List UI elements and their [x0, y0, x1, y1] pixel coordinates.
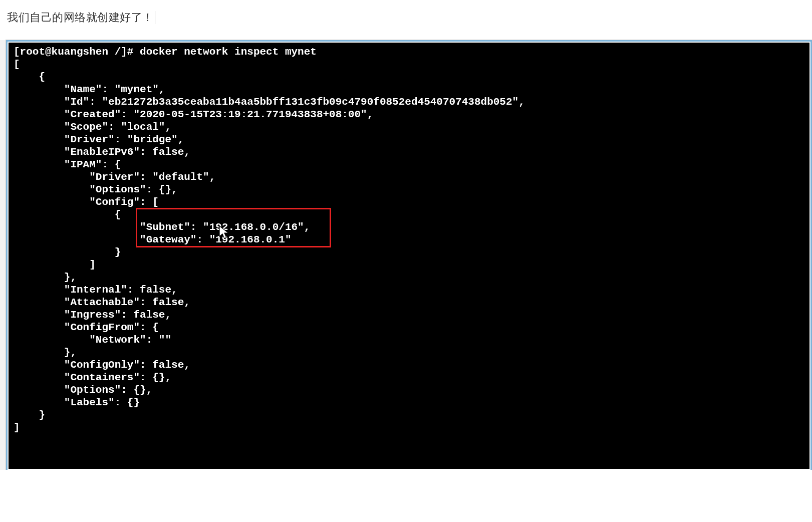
terminal-output-gateway: "Gateway": "192.168.0.1" [14, 234, 292, 245]
terminal[interactable]: [root@kuangshen /]# docker network inspe… [9, 43, 809, 469]
terminal-output-subnet: "Subnet": "192.168.0.0/16", [14, 221, 310, 233]
terminal-output-before: [ { "Name": "mynet", "Id": "eb21272b3a35… [14, 59, 525, 220]
terminal-border: [root@kuangshen /]# docker network inspe… [6, 40, 812, 470]
text-cursor-icon [155, 11, 155, 24]
shell-prompt: [root@kuangshen /]# [14, 46, 140, 58]
page-caption: 我们自己的网络就创建好了！ [0, 0, 812, 40]
terminal-wrapper: [root@kuangshen /]# docker network inspe… [0, 40, 812, 470]
caption-text: 我们自己的网络就创建好了！ [7, 10, 154, 25]
terminal-output-after: } ] }, "Internal": false, "Attachable": … [14, 246, 190, 433]
shell-command: docker network inspect mynet [140, 46, 317, 58]
